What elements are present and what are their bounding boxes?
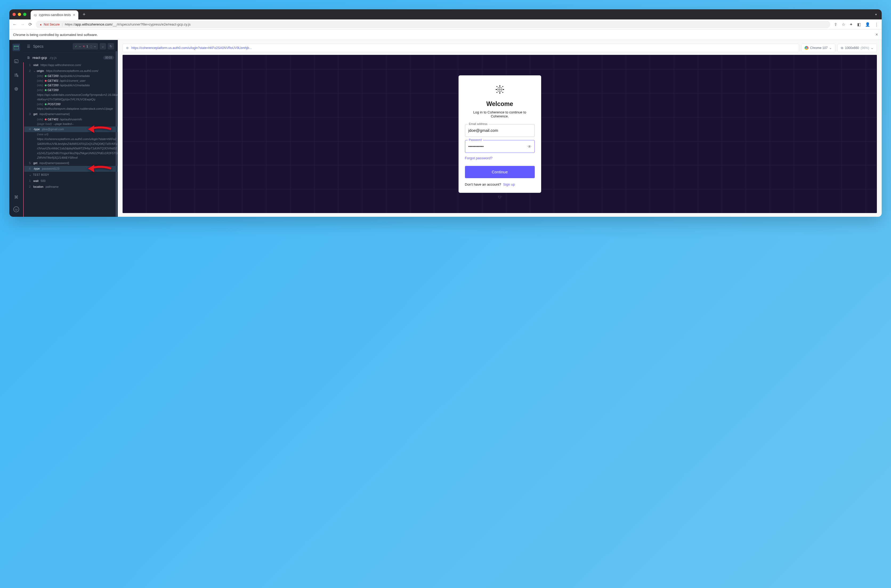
show-password-icon[interactable]: 👁 [527,144,532,148]
expand-button[interactable]: ⌄ [100,43,106,50]
continue-button[interactable]: Continue [465,166,535,178]
browser-chrome: cy cypress-sandbox-tests × + ▾ ← → ⟳ Not… [9,9,882,30]
not-secure-badge[interactable]: Not Secure [39,22,60,26]
sidebar-item-runs[interactable] [12,57,20,65]
xhr-log-line[interactable]: (xhr) GET 401 /api/v1/current_user [24,78,118,83]
browser-selector[interactable]: Chrome 107 ⌄ [801,44,835,52]
command-log-line[interactable]: 2location pathname [24,184,118,190]
command-log[interactable]: 1visit https://app.withcoherence.com/2⌄o… [23,62,118,217]
command-log-line[interactable]: 6-type password123 [24,166,118,172]
password-input[interactable] [465,140,535,153]
specs-panel: ☰ Specs ✓ -- ✕ 1 ◌ -- ⌄ ↻ 🗎 r [23,40,118,217]
preview-header: ⊕ https://coherenceplatform.us.auth0.com… [123,44,877,52]
coherence-logo-icon [494,84,505,95]
automation-close-icon[interactable]: × [876,32,878,37]
spec-ext: .cy.js [49,56,57,60]
new-tab-button[interactable]: + [83,12,86,17]
menu-icon[interactable]: ⋮ [874,22,879,27]
panel-header: ☰ Specs ✓ -- ✕ 1 ◌ -- ⌄ ↻ [23,40,118,53]
minimize-window-icon[interactable] [18,13,21,16]
bookmark-icon[interactable]: ☆ [842,22,845,27]
maximize-window-icon[interactable] [23,13,26,16]
svg-point-7 [17,76,18,77]
svg-point-9 [16,88,17,90]
signup-link[interactable]: Sign up [503,182,515,186]
tab-favicon: cy [34,14,37,16]
nav-bar: ← → ⟳ Not Secure | https://app.withcoher… [9,20,882,30]
xhr-log-line[interactable]: (xhr) GET 200 https://api.rudderlabs.com… [24,88,118,102]
sidebar-cypress-logo[interactable]: cy [12,206,20,213]
fail-count: 1 [87,45,88,48]
ruler-icon: ⧉ [841,46,843,50]
extensions-icon[interactable]: ✦ [849,22,853,27]
sidebar-item-specs[interactable] [12,44,20,51]
cypress-app: ⌘ cy ☰ Specs ✓ -- ✕ 1 ◌ -- ⌄ [9,40,882,217]
tabs-dropdown-icon[interactable]: ▾ [875,13,879,16]
doc-icon: 🗎 [27,56,30,60]
tab-strip: cy cypress-sandbox-tests × + ▾ [9,9,882,20]
spec-duration: 00:03 [103,56,114,60]
svg-point-18 [502,92,503,93]
status-pill: ✓ -- ✕ 1 ◌ -- [73,43,98,50]
rerun-button[interactable]: ↻ [108,43,114,50]
pending-icon: ◌ [90,45,92,48]
url-bar[interactable]: Not Secure | https://app.withcoherence.c… [36,21,830,28]
viewport-selector[interactable]: ⧉ 1000x660 (96%) ⌄ [837,44,877,52]
svg-rect-2 [14,60,18,63]
sidebar-item-keyboard[interactable]: ⌘ [12,194,20,201]
preview-url-bar[interactable]: ⊕ https://coherenceplatform.us.auth0.com… [123,44,799,52]
command-log-line[interactable]: 4-type jdoe@gmail.com [24,126,118,132]
browser-window: cy cypress-sandbox-tests × + ▾ ← → ⟳ Not… [9,9,882,217]
email-label: Email address [467,122,489,125]
svg-point-16 [502,86,503,87]
share-icon[interactable]: ⇪ [834,22,837,27]
traffic-lights [12,13,26,16]
signup-row: Don't have an account? Sign up [465,182,535,186]
command-log-line[interactable]: 1wait 500 [24,178,118,184]
browser-tab[interactable]: cy cypress-sandbox-tests × [31,10,78,20]
sidebar: ⌘ cy [9,40,23,217]
xhr-log-line[interactable]: (xhr) GET 401 /api/auth/userinfo [24,117,118,122]
chevron-down-icon: ⌄ [871,46,873,50]
login-card: Welcome Log in to Coherence to continue … [458,75,541,193]
pointer-arrow-icon [86,163,113,176]
browser-name: Chrome 107 [810,46,828,50]
pass-dash: -- [79,45,81,48]
viewport-scale: (96%) [861,46,869,50]
panel-icon[interactable]: ◧ [857,22,861,27]
email-input[interactable] [465,124,535,137]
command-log-line[interactable]: 1visit https://app.withcoherence.com/ [24,62,118,68]
forward-button[interactable]: → [21,22,25,27]
xhr-log-line[interactable]: (xhr) GET 200 /api/public/v1/metadata [24,83,118,88]
welcome-subtitle: Log in to Coherence to continue to Coher… [465,110,535,118]
command-log-line[interactable]: 2⌄origin https://coherenceplatform.us.au… [24,68,118,74]
fail-icon: ✕ [83,45,85,48]
preview-pane: ⊕ https://coherenceplatform.us.auth0.com… [118,40,882,217]
auth0-badge-icon: 🛡 [498,195,502,199]
selector-icon[interactable]: ⊕ [126,46,129,50]
welcome-heading: Welcome [465,100,535,108]
command-log-line[interactable]: 3get input[name=username] [24,111,118,117]
svg-text:cy: cy [15,208,18,211]
email-field-wrap: Email address [465,124,535,137]
tab-close-icon[interactable]: × [73,13,75,17]
reload-button[interactable]: ⟳ [29,22,32,27]
svg-rect-0 [14,45,19,49]
chrome-icon [805,46,808,50]
sidebar-item-settings[interactable] [12,85,20,93]
back-button[interactable]: ← [12,22,17,27]
profile-icon[interactable]: 👤 [865,22,870,27]
svg-point-17 [496,92,497,93]
xhr-log-line[interactable]: (xhr) GET 200 /api/public/v1/metadata [24,74,118,78]
signup-text: Don't have an account? [465,182,501,186]
xhr-log-line[interactable]: (xhr) POST 200 https://withcoherepvm.dat… [24,102,118,111]
sidebar-item-debug[interactable] [12,71,20,79]
spec-title-row[interactable]: 🗎 react-gcp.cy.js 00:03 [23,53,118,62]
collapse-icon[interactable]: ☰ [27,44,30,48]
page-event-line[interactable]: (new url) https://coherenceplatform.us.a… [24,132,118,160]
password-field-wrap: Password 👁 [465,140,535,153]
nav-icons: ⇪ ☆ ✦ ◧ 👤 ⋮ [834,22,879,27]
password-label: Password [467,138,483,141]
close-window-icon[interactable] [12,13,16,16]
forgot-password-link[interactable]: Forgot password? [465,156,535,160]
